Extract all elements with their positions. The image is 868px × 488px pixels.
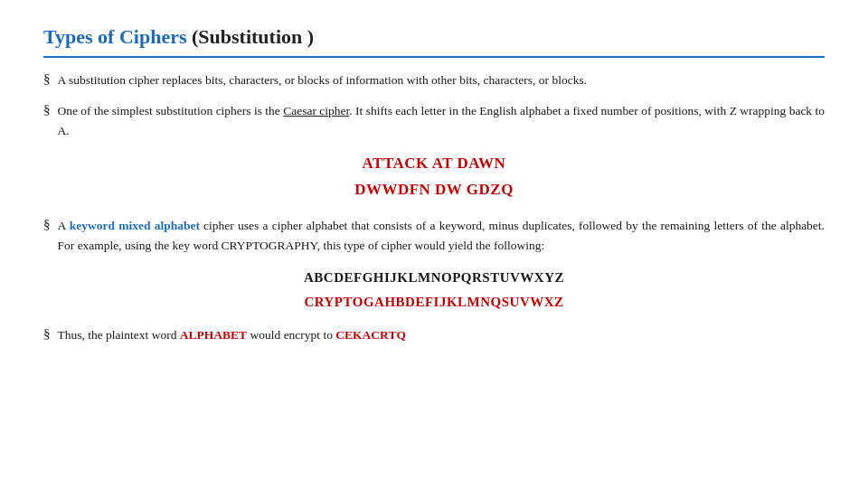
bullet-text-4: Thus, the plaintext word ALPHABET would … <box>58 325 826 345</box>
bullet-2: § One of the simplest substitution ciphe… <box>43 101 825 140</box>
alphabet-line: ABCDEFGHIJKLMNOPQRSTUVWXYZ <box>43 266 825 290</box>
bullet-text-2: One of the simplest substitution ciphers… <box>58 101 826 140</box>
bullet2-before: One of the simplest substitution ciphers… <box>58 104 284 117</box>
alphabet-highlight: ALPHABET <box>180 328 247 342</box>
bullet4-middle: would encrypt to <box>247 328 335 342</box>
bullet3-before: A <box>58 219 70 232</box>
attack-block: ATTACK AT DAWN DWWDFN DW GDZQ <box>43 151 825 203</box>
encrypt-result: CEKACRTQ <box>335 328 406 342</box>
bullet4-before: Thus, the plaintext word <box>58 328 180 342</box>
bullet-4: § Thus, the plaintext word ALPHABET woul… <box>43 325 825 345</box>
bullet-1: § A substitution cipher replaces bits, c… <box>43 70 825 90</box>
alphabet-block: ABCDEFGHIJKLMNOPQRSTUVWXYZ CRYPTOGAHBDEF… <box>43 266 825 314</box>
bullet-icon-3: § <box>43 216 51 232</box>
title-black: (Substitution ) <box>187 25 315 48</box>
title-blue: Types of Ciphers <box>43 25 187 48</box>
attack-line-1: ATTACK AT DAWN <box>43 151 825 177</box>
page-content: Types of Ciphers (Substitution ) § A sub… <box>0 0 868 381</box>
caesar-cipher-label: Caesar cipher <box>283 104 349 117</box>
bullet-icon-1: § <box>43 70 51 87</box>
bullet-icon-4: § <box>43 325 51 342</box>
bullet-text-1: A substitution cipher replaces bits, cha… <box>58 70 826 90</box>
page-title: Types of Ciphers (Substitution ) <box>43 25 825 49</box>
crypto-line: CRYPTOGAHBDEFIJKLMNQSUVWXZ <box>43 290 825 314</box>
keyword-mixed-alphabet-label: keyword mixed alphabet <box>70 219 200 232</box>
attack-line-2: DWWDFN DW GDZQ <box>43 177 825 203</box>
bullet-3: § A keyword mixed alphabet cipher uses a… <box>43 216 825 255</box>
bullet-icon-2: § <box>43 101 51 117</box>
bullet-text-3: A keyword mixed alphabet cipher uses a c… <box>58 216 826 255</box>
title-divider <box>43 56 825 58</box>
